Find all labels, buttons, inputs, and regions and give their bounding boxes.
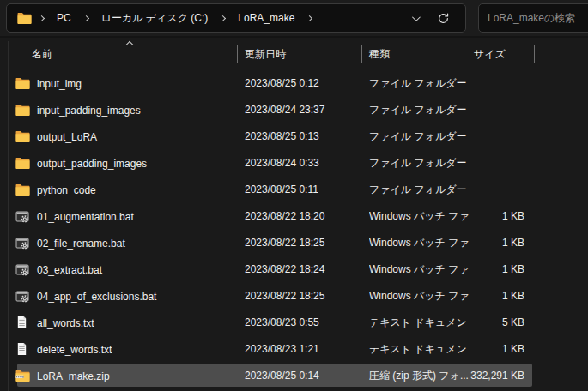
file-date-modified: 2023/08/25 0:13 — [245, 123, 319, 150]
column-divider[interactable] — [237, 45, 238, 63]
file-name: LoRA_make.zip — [37, 370, 110, 382]
file-size: 1 KB — [412, 230, 524, 256]
sort-ascending-icon — [126, 41, 133, 48]
file-name: input_img — [37, 78, 82, 90]
search-box[interactable] — [478, 3, 588, 33]
file-date-modified: 2023/08/23 1:21 — [245, 336, 319, 363]
file-row[interactable]: LoRA_make.zip 2023/08/25 0:14 圧縮 (zip 形式… — [0, 363, 588, 389]
file-date-modified: 2023/08/25 0:14 — [245, 363, 319, 389]
file-date-modified: 2023/08/22 18:24 — [245, 256, 324, 283]
file-row[interactable]: python_code 2023/08/25 0:11 ファイル フォルダー — [0, 177, 588, 203]
breadcrumb: PCローカル ディスク (C:)LoRA_make — [17, 9, 316, 28]
file-type: ファイル フォルダー — [369, 177, 470, 203]
toolbar: PCローカル ディスク (C:)LoRA_make — [0, 0, 588, 38]
file-list: input_img 2023/08/25 0:12 ファイル フォルダー — [0, 70, 588, 389]
column-header-date[interactable]: 更新日時 — [245, 47, 286, 62]
file-date-modified: 2023/08/22 18:25 — [245, 283, 324, 310]
file-name: 01_augmentation.bat — [37, 211, 134, 223]
file-name: all_words.txt — [37, 317, 94, 329]
file-row[interactable]: input_padding_images 2023/08/24 23:37 ファ… — [0, 97, 588, 123]
file-row[interactable]: output_padding_images 2023/08/24 0:33 ファ… — [0, 150, 588, 177]
file-type-icon — [15, 342, 30, 357]
file-type-icon — [15, 156, 30, 171]
file-name: 02_file_rename.bat — [37, 238, 125, 250]
file-date-modified: 2023/08/25 0:12 — [245, 70, 319, 97]
breadcrumb-chevron-icon[interactable] — [306, 15, 312, 21]
column-divider[interactable] — [361, 45, 362, 63]
file-name: output_padding_images — [37, 158, 147, 170]
file-name: 04_app_of_exclusions.bat — [37, 291, 156, 303]
file-type-icon — [15, 76, 30, 91]
file-row[interactable]: all_words.txt 2023/08/23 0:55 テキスト ドキュメン… — [0, 310, 588, 336]
breadcrumb-chevron-icon — [39, 15, 45, 21]
file-type: ファイル フォルダー — [369, 97, 470, 123]
file-row[interactable]: 02_file_rename.bat 2023/08/22 18:25 Wind… — [0, 230, 588, 256]
file-date-modified: 2023/08/24 0:33 — [245, 150, 319, 177]
column-header: 名前 更新日時 種類 サイズ — [0, 41, 588, 67]
file-type-icon — [15, 262, 30, 277]
file-row[interactable]: output_LoRA 2023/08/25 0:13 ファイル フォルダー — [0, 123, 588, 150]
file-type: ファイル フォルダー — [369, 70, 470, 97]
breadcrumb-chevron-icon — [220, 15, 226, 21]
file-date-modified: 2023/08/24 23:37 — [245, 97, 324, 123]
file-name: python_code — [37, 184, 96, 196]
file-type: ファイル フォルダー — [369, 150, 470, 177]
column-header-size[interactable]: サイズ — [474, 47, 506, 62]
column-header-type[interactable]: 種類 — [369, 47, 390, 62]
refresh-icon[interactable] — [437, 12, 450, 25]
file-row[interactable]: 04_app_of_exclusions.bat 2023/08/22 18:2… — [0, 283, 588, 310]
current-folder-icon — [17, 12, 32, 25]
file-name: output_LoRA — [37, 131, 97, 143]
breadcrumb-item[interactable]: LoRA_make — [231, 9, 301, 27]
file-date-modified: 2023/08/22 18:20 — [245, 203, 324, 230]
file-size: 1 KB — [412, 203, 524, 230]
file-row[interactable]: delete_words.txt 2023/08/23 1:21 テキスト ドキ… — [0, 336, 588, 363]
file-size: 1 KB — [412, 256, 524, 283]
file-name: 03_extract.bat — [37, 264, 102, 276]
file-name: input_padding_images — [37, 105, 141, 117]
file-type-icon — [15, 289, 30, 304]
file-name: delete_words.txt — [37, 344, 112, 356]
file-row[interactable]: 01_augmentation.bat 2023/08/22 18:20 Win… — [0, 203, 588, 230]
column-header-name[interactable]: 名前 — [32, 47, 52, 62]
file-date-modified: 2023/08/22 18:25 — [245, 230, 324, 256]
file-type-icon — [15, 209, 30, 224]
file-row[interactable]: 03_extract.bat 2023/08/22 18:24 Windows … — [0, 256, 588, 283]
breadcrumb-chevron-icon — [83, 15, 89, 21]
column-divider[interactable] — [470, 45, 470, 63]
address-dropdown-chevron-icon[interactable] — [412, 13, 421, 21]
file-type-icon — [15, 316, 30, 330]
file-type-icon — [15, 183, 30, 197]
breadcrumb-item[interactable]: ローカル ディスク (C:) — [94, 9, 215, 28]
file-date-modified: 2023/08/23 0:55 — [245, 310, 319, 336]
search-input[interactable] — [488, 12, 588, 24]
column-divider[interactable] — [534, 45, 535, 63]
file-type-icon — [15, 369, 30, 383]
file-date-modified: 2023/08/25 0:11 — [245, 177, 318, 203]
address-bar[interactable]: PCローカル ディスク (C:)LoRA_make — [6, 3, 466, 33]
file-type: ファイル フォルダー — [369, 123, 470, 150]
file-size: 332,291 KB — [412, 363, 524, 389]
file-type-icon — [15, 103, 30, 117]
file-size: 1 KB — [412, 336, 524, 363]
file-type-icon — [15, 236, 30, 250]
file-type-icon — [15, 129, 30, 144]
file-size: 1 KB — [412, 283, 524, 310]
breadcrumb-item[interactable]: PC — [50, 9, 78, 27]
file-size: 5 KB — [412, 310, 524, 336]
file-row[interactable]: input_img 2023/08/25 0:12 ファイル フォルダー — [0, 70, 588, 97]
